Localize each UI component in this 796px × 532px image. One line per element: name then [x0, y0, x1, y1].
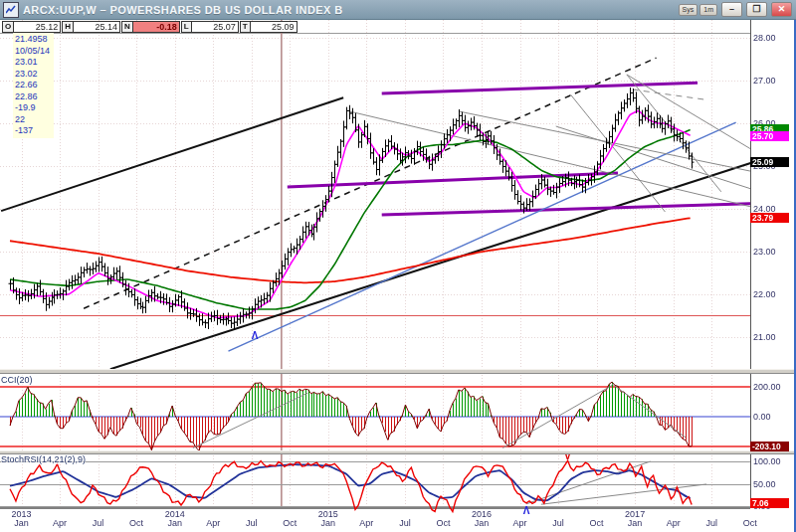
x-tick-month: Apr	[657, 518, 691, 528]
study-info-box: 21.495810/05/1423.0123.0222.6622.86-19.9…	[13, 33, 54, 138]
x-tick-month: Jan	[618, 518, 652, 528]
x-tick-month: Apr	[196, 518, 230, 528]
quote-field-value: 25.12	[14, 21, 61, 33]
minimize-button[interactable]: –	[721, 2, 742, 17]
close-button[interactable]: ✕	[771, 2, 792, 17]
stoch-tick-label: 100.00	[753, 456, 781, 466]
cci-panel-label: CCI(20)	[1, 375, 33, 385]
title-bar: ARCX:UUP,W – POWERSHARES DB US DOLLAR IN…	[0, 0, 796, 20]
quote-field-label: O	[2, 21, 14, 33]
app-icon	[3, 2, 19, 18]
quote-field-label: L	[181, 21, 192, 33]
info-line: 23.01	[15, 57, 50, 69]
quote-field-label: N	[121, 21, 133, 33]
info-line: -19.9	[15, 102, 50, 114]
toolbar-button-sys[interactable]: Sys	[679, 4, 698, 16]
quote-strip: O25.12H25.14N-0.18L25.07T25.09	[2, 21, 298, 33]
x-tick-month: Oct	[733, 518, 767, 528]
quote-field-value: 25.07	[192, 21, 239, 33]
x-tick-month: Jul	[388, 518, 422, 528]
maximize-button[interactable]: ❐	[746, 2, 767, 17]
x-tick-month: Jan	[158, 518, 192, 528]
stoch-value-tag: 7.06	[750, 498, 789, 508]
price-tag: 25.70	[750, 131, 789, 141]
x-tick-month: Oct	[426, 518, 460, 528]
price-tick-label: 21.00	[753, 332, 776, 342]
x-tick-month: Oct	[273, 518, 306, 528]
quote-field-value: 25.14	[74, 21, 120, 33]
window-title: ARCX:UUP,W – POWERSHARES DB US DOLLAR IN…	[23, 4, 343, 16]
info-line: 21.4958	[15, 34, 50, 46]
info-line: 22.86	[15, 91, 50, 103]
x-tick-month: Jul	[235, 518, 269, 528]
chart-area: O25.12H25.14N-0.18L25.07T25.09 21.495810…	[0, 20, 796, 532]
stoch-panel-label: StochRSI(14,21(2),9)	[1, 454, 86, 464]
x-tick-month: Jan	[5, 518, 39, 528]
info-line: 10/05/14	[15, 46, 50, 58]
chart-canvas[interactable]	[0, 20, 796, 532]
cci-tick-label: 0.00	[753, 412, 771, 422]
chart-icon	[6, 5, 16, 15]
titlebar-controls: Sys 1m – ❐ ✕	[679, 2, 796, 17]
quote-field-value: 25.09	[251, 21, 298, 33]
x-tick-month: Jul	[541, 518, 575, 528]
price-tick-label: 28.00	[753, 33, 776, 43]
info-line: 22.66	[15, 80, 50, 91]
x-tick-month: Jan	[311, 518, 345, 528]
info-line: 23.02	[15, 69, 50, 81]
x-tick-month: Oct	[580, 518, 614, 528]
x-tick-month: Jul	[695, 518, 728, 528]
quote-field-label: H	[62, 21, 74, 33]
price-tag: 23.79	[750, 213, 789, 223]
x-tick-month: Apr	[43, 518, 77, 528]
toolbar-button-1m[interactable]: 1m	[699, 4, 717, 16]
price-tick-label: 27.00	[753, 76, 776, 86]
x-tick-month: Apr	[503, 518, 537, 528]
cci-value-tag: -203.10	[750, 442, 789, 451]
chart-window: ARCX:UUP,W – POWERSHARES DB US DOLLAR IN…	[0, 0, 796, 532]
info-line: -137	[15, 125, 50, 137]
info-line: 22	[15, 114, 50, 126]
x-tick-month: Jan	[465, 518, 498, 528]
price-tick-label: 22.00	[753, 289, 776, 299]
x-tick-month: Jul	[82, 518, 115, 528]
price-tag: 25.09	[750, 157, 789, 167]
cci-tick-label: 200.00	[753, 382, 781, 392]
x-tick-month: Apr	[349, 518, 383, 528]
quote-field-value: -0.18	[133, 21, 180, 33]
price-tick-label: 23.00	[753, 247, 776, 257]
x-tick-month: Oct	[119, 518, 153, 528]
stoch-tick-label: 50.00	[753, 479, 776, 489]
quote-field-label: T	[240, 21, 251, 33]
